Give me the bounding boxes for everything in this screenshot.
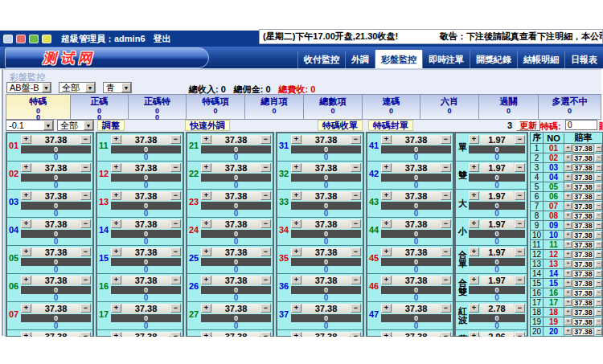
minus-button[interactable]: − — [515, 163, 525, 172]
minus-button[interactable]: − — [260, 247, 271, 256]
plus-button[interactable]: + — [201, 332, 211, 337]
minus-button[interactable]: − — [441, 163, 451, 172]
minus-button[interactable]: − — [441, 276, 451, 284]
minus-button[interactable]: − — [441, 332, 451, 337]
plus-button[interactable]: + — [111, 191, 121, 200]
minus-button[interactable]: − — [260, 219, 271, 228]
plus-button[interactable]: + — [21, 135, 31, 144]
plus-button[interactable]: + — [21, 191, 31, 200]
plus-button[interactable]: + — [564, 251, 572, 258]
filter-select[interactable]: 全部▼ — [59, 82, 96, 93]
minus-button[interactable]: − — [351, 276, 361, 284]
filter-select[interactable]: AB盤-B▼ — [6, 82, 51, 93]
minus-button[interactable]: − — [595, 241, 602, 248]
plus-button[interactable]: + — [381, 135, 392, 144]
minus-button[interactable]: − — [260, 276, 271, 284]
plus-button[interactable]: + — [291, 247, 302, 256]
plus-button[interactable]: + — [564, 164, 572, 171]
window-button-1-icon[interactable] — [3, 35, 13, 43]
plus-button[interactable]: + — [201, 191, 211, 200]
adjust-step-select[interactable]: -0.1 ▼ — [6, 120, 54, 131]
plus-button[interactable]: + — [469, 135, 479, 144]
plus-button[interactable]: + — [111, 247, 121, 256]
plus-button[interactable]: + — [469, 219, 479, 228]
plus-button[interactable]: + — [381, 332, 392, 337]
logout-link[interactable]: 登出 — [154, 33, 171, 45]
minus-button[interactable]: − — [170, 332, 181, 337]
minus-button[interactable]: − — [595, 145, 602, 152]
minus-button[interactable]: − — [595, 299, 602, 306]
plus-button[interactable]: + — [381, 191, 392, 200]
plus-button[interactable]: + — [564, 231, 572, 239]
minus-button[interactable]: − — [170, 304, 181, 313]
minus-button[interactable]: − — [80, 304, 91, 313]
nav-tab[interactable]: 外調 — [345, 51, 375, 68]
plus-button[interactable]: + — [201, 247, 211, 256]
nav-tab[interactable]: 開獎紀錄 — [470, 51, 517, 68]
filter-select[interactable]: 青▼ — [103, 82, 132, 93]
plus-button[interactable]: + — [291, 219, 302, 228]
plus-button[interactable]: + — [201, 219, 211, 228]
plus-button[interactable]: + — [564, 212, 572, 219]
plus-button[interactable]: + — [381, 247, 392, 256]
minus-button[interactable]: − — [595, 251, 602, 258]
minus-button[interactable]: − — [170, 163, 181, 172]
quick-outcall-button[interactable]: 快速外調 — [185, 120, 230, 131]
minus-button[interactable]: − — [80, 332, 91, 337]
plus-button[interactable]: + — [381, 276, 392, 284]
minus-button[interactable]: − — [595, 260, 602, 268]
minus-button[interactable]: − — [441, 304, 451, 313]
minus-button[interactable]: − — [595, 289, 602, 297]
minus-button[interactable]: − — [80, 276, 91, 284]
minus-button[interactable]: − — [170, 276, 181, 284]
plus-button[interactable]: + — [111, 276, 121, 284]
plus-button[interactable]: + — [21, 163, 31, 172]
minus-button[interactable]: − — [170, 247, 181, 256]
plus-button[interactable]: + — [201, 304, 211, 313]
scope-select[interactable]: 全部 ▼ — [57, 120, 94, 131]
minus-button[interactable]: − — [351, 219, 361, 228]
minus-button[interactable]: − — [351, 304, 361, 313]
minus-button[interactable]: − — [441, 191, 451, 200]
plus-button[interactable]: + — [564, 183, 572, 190]
minus-button[interactable]: − — [595, 328, 602, 335]
window-button-4-icon[interactable] — [42, 35, 51, 43]
plus-button[interactable]: + — [564, 309, 572, 316]
plus-button[interactable]: + — [201, 163, 211, 172]
plus-button[interactable]: + — [111, 135, 121, 144]
plus-button[interactable]: + — [469, 304, 479, 313]
plus-button[interactable]: + — [469, 276, 479, 284]
minus-button[interactable]: − — [351, 135, 361, 144]
plus-button[interactable]: + — [21, 219, 31, 228]
nav-tab[interactable]: 彩盤監控 — [375, 50, 422, 68]
minus-button[interactable]: − — [351, 163, 361, 172]
plus-button[interactable]: + — [564, 328, 572, 335]
plus-button[interactable]: + — [469, 247, 479, 256]
minus-button[interactable]: − — [170, 191, 181, 200]
minus-button[interactable]: − — [351, 247, 361, 256]
minus-button[interactable]: − — [595, 222, 602, 229]
plus-button[interactable]: + — [291, 276, 302, 284]
minus-button[interactable]: − — [595, 193, 602, 200]
minus-button[interactable]: − — [595, 212, 602, 219]
minus-button[interactable]: − — [595, 280, 602, 287]
plus-button[interactable]: + — [381, 219, 392, 228]
minus-button[interactable]: − — [515, 304, 525, 313]
minus-button[interactable]: − — [515, 191, 525, 200]
minus-button[interactable]: − — [595, 309, 602, 316]
plus-button[interactable]: + — [564, 145, 572, 152]
plus-button[interactable]: + — [291, 135, 302, 144]
minus-button[interactable]: − — [260, 191, 271, 200]
plus-button[interactable]: + — [564, 174, 572, 181]
minus-button[interactable]: − — [351, 332, 361, 337]
minus-button[interactable]: − — [515, 247, 525, 256]
plus-button[interactable]: + — [564, 318, 572, 325]
plus-button[interactable]: + — [381, 304, 392, 313]
minus-button[interactable]: − — [595, 154, 602, 162]
plus-button[interactable]: + — [564, 299, 572, 306]
plus-button[interactable]: + — [291, 332, 302, 337]
plus-button[interactable]: + — [564, 260, 572, 268]
plus-button[interactable]: + — [201, 135, 211, 144]
minus-button[interactable]: − — [260, 135, 271, 144]
tema-odds-input[interactable] — [565, 120, 597, 130]
